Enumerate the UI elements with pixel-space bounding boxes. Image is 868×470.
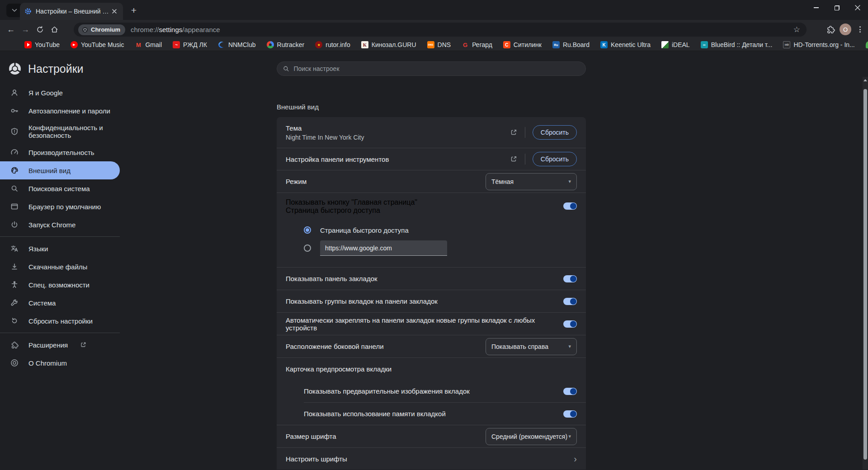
active-tab[interactable]: Настройки – Внешний вид [20,3,123,20]
page-scrollbar[interactable] [863,77,868,470]
theme-reset-button[interactable]: Сбросить [533,125,577,140]
sidebar-item-accessibility[interactable]: Спец. возможности [0,276,120,294]
close-window-button[interactable] [847,0,868,15]
mode-select[interactable]: Тёмная ▾ [486,173,577,190]
theme-row: Тема Night Time In New York City Сбросит… [277,117,586,148]
radio-selected[interactable] [304,226,311,234]
minimize-icon [814,7,819,8]
preview-images-label: Показывать предварительные изображения в… [304,387,470,395]
sidebar-item-languages[interactable]: Языки [0,240,120,258]
bookmark-youtube-music[interactable]: ▶YouTube Music [71,41,124,48]
address-bar[interactable]: Chromium chrome://settings/appearance ☆ [74,23,807,37]
mode-row: Режим Тёмная ▾ [277,170,586,193]
tab-groups-toggle[interactable] [563,298,577,305]
restore-button[interactable] [826,0,847,15]
bookmark-dns[interactable]: DNSDNS [427,41,451,48]
font-size-select[interactable]: Средний (рекомендуется) ▾ [486,428,577,445]
home-url-input[interactable] [320,240,447,256]
side-panel-row: Расположение боковой панели Показывать с… [277,335,586,357]
profile-avatar[interactable]: O [840,24,851,35]
settings-content: Внешний вид Тема Night Time In New York … [277,51,586,470]
gmail-icon: M [135,41,142,48]
key-icon [10,107,19,115]
bookmark-rutor[interactable]: ★rutor.info [315,41,350,48]
settings-search[interactable] [277,61,586,76]
bookmark-regard[interactable]: GРегард [462,41,492,48]
home-ntp-option[interactable]: Страница быстрого доступа [277,221,586,239]
sidebar-item-system[interactable]: Система [0,294,120,312]
menu-button[interactable] [856,24,864,34]
reload-button[interactable] [33,22,47,37]
citilink-icon: С [503,41,510,48]
sidebar-item-default-browser[interactable]: Браузер по умолчанию [0,197,120,216]
bookmark-citilink[interactable]: ССитилинк [503,41,542,48]
bookmark-rzd[interactable]: ~РЖД ЛК [173,41,207,48]
external-link-icon[interactable] [509,128,518,136]
auto-pin-toggle[interactable] [563,320,577,328]
sidebar-item-extensions[interactable]: Расширения [0,336,120,354]
memory-usage-toggle[interactable] [563,410,577,418]
show-bookmarks-bar-toggle[interactable] [563,275,577,282]
bookmark-gmail[interactable]: MGmail [135,41,162,48]
sidebar-item-search-engine[interactable]: Поисковая система [0,179,120,197]
sidebar-item-downloads[interactable]: Скачанные файлы [0,258,120,276]
bookmarks-bar: YouTube ▶YouTube Music MGmail ~РЖД ЛК NN… [0,39,868,51]
translate-icon [10,244,19,253]
bookmark-keenetic[interactable]: KKeenetic Ultra [600,41,651,48]
sidebar-item-appearance[interactable]: Внешний вид [0,161,120,179]
youtube-music-icon: ▶ [71,41,78,48]
sidebar-item-on-startup[interactable]: Запуск Chrome [0,216,120,234]
back-button[interactable]: ← [4,22,18,37]
custom-fonts-row[interactable]: Настроить шрифты › [277,448,586,470]
bookmark-nnmclub[interactable]: NNMClub [218,41,256,48]
nnmclub-icon [218,41,225,48]
external-link-icon[interactable] [509,155,518,163]
bookmark-hdtorrents[interactable]: HDHD-Torrents.org - In... [783,41,854,48]
shield-icon [10,127,19,136]
sidebar-item-autofill[interactable]: Автозаполнение и пароли [0,102,120,120]
home-ntp-label: Страница быстрого доступа [320,226,409,234]
site-chip-label: Chromium [91,26,120,33]
preview-card-label: Карточка предпросмотра вкладки [286,365,392,373]
restore-icon [835,5,840,10]
radio-unselected[interactable] [304,244,311,252]
extensions-puzzle-icon[interactable] [826,25,835,34]
bookmark-kinozal[interactable]: ККинозал.GURU [361,41,416,48]
auto-pin-label: Автоматически закреплять на панели закла… [286,316,539,332]
forward-button[interactable]: → [18,22,33,37]
show-bookmarks-bar-label: Показывать панель закладок [286,275,377,282]
toolbar-reset-button[interactable]: Сбросить [533,152,577,166]
home-button[interactable] [47,22,61,37]
sidebar-item-you-and-google[interactable]: Я и Google [0,84,120,102]
sidebar-item-reset[interactable]: Сбросить настройки [0,312,120,330]
scrollbar-up-arrow[interactable] [863,77,868,83]
side-panel-select[interactable]: Показывать справа ▾ [486,338,577,355]
sidebar-item-privacy[interactable]: Конфиденциальность и безопасность [0,120,120,143]
preview-images-toggle[interactable] [563,388,577,395]
regard-icon: G [462,41,469,48]
minimize-button[interactable] [806,0,826,15]
new-tab-button[interactable]: + [127,5,140,17]
settings-search-input[interactable] [293,65,580,72]
sidebar-divider [0,333,120,333]
dns-icon: DNS [427,41,434,48]
url-text: chrome://settings/appearance [131,26,792,33]
scrollbar-thumb[interactable] [863,89,867,460]
bookmark-ideal[interactable]: iDEAL [661,41,690,48]
bookmark-ruboard[interactable]: RuRu.Board [552,41,590,48]
apps-grid-icon[interactable] [6,41,14,48]
site-chip[interactable]: Chromium [78,24,125,35]
sidebar-item-performance[interactable]: Производительность [0,143,120,161]
sidebar-item-about[interactable]: О Chromium [0,354,120,372]
bookmark-rutracker[interactable]: Rutracker [267,41,305,48]
font-size-label: Размер шрифта [286,432,336,440]
bookmark-bluebird[interactable]: ∞BlueBird :: Детали т... [701,41,773,48]
bookmark-star-icon[interactable]: ☆ [792,25,802,34]
tab-close-button[interactable] [110,7,118,15]
bookmark-youtube[interactable]: YouTube [24,41,60,48]
custom-fonts-label: Настроить шрифты [286,455,347,463]
home-url-option[interactable] [277,239,586,257]
person-icon [10,89,19,97]
home-button-toggle[interactable] [563,202,577,210]
bookmark-forum[interactable]: Форум [866,41,868,48]
